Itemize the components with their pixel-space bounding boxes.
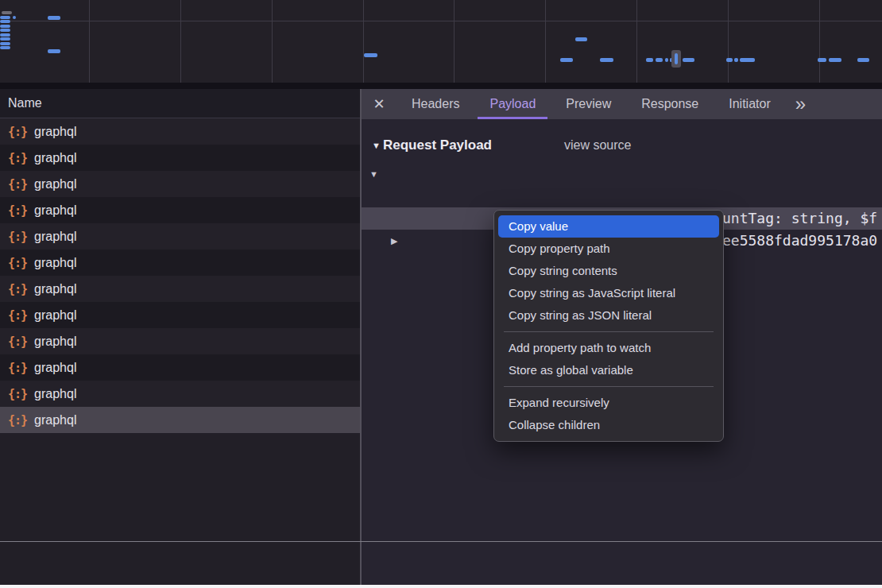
json-resource-icon: {:}	[8, 282, 27, 296]
json-resource-icon: {:}	[8, 413, 27, 427]
menu-item-copy-string-as-json-literal[interactable]: Copy string as JSON literal	[494, 304, 723, 327]
summary-bar-divider	[0, 541, 882, 542]
request-row-graphql[interactable]: {:}graphql	[0, 197, 360, 223]
tab-initiator[interactable]: Initiator	[717, 89, 782, 119]
request-row-graphql[interactable]: {:}graphql	[0, 328, 360, 354]
network-overview-timeline[interactable]	[0, 0, 882, 83]
request-name-label: graphql	[34, 282, 76, 296]
request-row-graphql[interactable]: {:}graphql	[0, 171, 360, 197]
timeline-gridline	[0, 21, 882, 21]
request-row-graphql[interactable]: {:}graphql	[0, 118, 360, 145]
request-waterfall-bar	[0, 20, 10, 23]
menu-item-store-as-global-variable[interactable]: Store as global variable	[494, 359, 723, 381]
request-row-graphql[interactable]: {:}graphql	[0, 407, 360, 433]
tab-payload[interactable]: Payload	[478, 89, 547, 119]
requests-list: {:}graphql{:}graphql{:}graphql{:}graphql…	[0, 118, 360, 433]
hovered-request-bar	[675, 53, 678, 64]
request-waterfall-bar	[0, 25, 10, 28]
request-waterfall-bar	[0, 16, 10, 19]
property-value-right: untTag: string, $f	[722, 207, 877, 230]
request-waterfall-bar	[829, 58, 841, 62]
request-waterfall-bar	[0, 29, 10, 32]
more-tabs-icon[interactable]: »	[795, 89, 806, 119]
timeline-gridline	[180, 0, 181, 83]
request-waterfall-bar	[560, 58, 573, 62]
request-waterfall-bar	[575, 37, 587, 41]
menu-item-add-property-path-to-watch[interactable]: Add property path to watch	[494, 337, 723, 359]
menu-separator	[504, 331, 714, 332]
json-resource-icon: {:}	[8, 177, 27, 191]
timeline-gridline	[636, 0, 637, 83]
devtools-network-panel: Name {:}graphql{:}graphql{:}graphql{:}gr…	[0, 0, 882, 588]
request-waterfall-bar	[818, 58, 826, 62]
section-collapse-icon[interactable]: ▼	[372, 133, 381, 157]
json-resource-icon: {:}	[8, 203, 27, 218]
menu-item-copy-string-as-javascript-literal[interactable]: Copy string as JavaScript literal	[494, 282, 723, 304]
request-waterfall-bar	[734, 58, 738, 62]
menu-separator	[504, 386, 714, 387]
request-waterfall-bar	[0, 46, 10, 49]
request-waterfall-bar	[740, 58, 755, 62]
request-row-graphql[interactable]: {:}graphql	[0, 250, 360, 276]
request-name-label: graphql	[34, 387, 76, 401]
request-waterfall-bar	[646, 58, 653, 62]
json-resource-icon: {:}	[8, 335, 27, 349]
request-waterfall-bar	[683, 58, 694, 62]
tab-headers[interactable]: Headers	[400, 89, 471, 119]
request-name-label: graphql	[34, 256, 76, 270]
request-waterfall-bar	[0, 42, 10, 45]
timeline-gridline	[454, 0, 455, 83]
json-resource-icon: {:}	[8, 256, 27, 270]
menu-item-expand-recursively[interactable]: Expand recursively	[494, 392, 723, 414]
tab-preview[interactable]: Preview	[554, 89, 623, 119]
details-tabs: HeadersPayloadPreviewResponseInitiator	[397, 89, 786, 119]
request-waterfall-bar	[364, 53, 377, 57]
request-row-graphql[interactable]: {:}graphql	[0, 145, 360, 171]
window-bottom-edge	[0, 585, 882, 588]
close-icon[interactable]: ✕	[362, 95, 397, 113]
tab-response[interactable]: Response	[629, 89, 710, 119]
request-waterfall-bar	[48, 16, 60, 20]
menu-item-copy-value[interactable]: Copy value	[498, 215, 719, 238]
request-row-graphql[interactable]: {:}graphql	[0, 223, 360, 250]
request-row-graphql[interactable]: {:}graphql	[0, 354, 360, 381]
view-source-link[interactable]: view source	[564, 133, 631, 157]
request-waterfall-bar	[13, 16, 16, 19]
json-root-row[interactable]: ▼ {operationName: "ipFlowTimeseries", va…	[362, 163, 882, 185]
request-payload-title: Request Payload	[383, 133, 492, 157]
request-name-label: graphql	[34, 413, 76, 427]
expanded-arrow-icon[interactable]: ▼	[369, 163, 378, 185]
request-name-label: graphql	[34, 230, 76, 244]
json-resource-icon: {:}	[8, 361, 27, 375]
requests-list-panel: Name {:}graphql{:}graphql{:}graphql{:}gr…	[0, 89, 360, 588]
request-row-graphql[interactable]: {:}graphql	[0, 276, 360, 302]
request-waterfall-bar	[48, 49, 60, 53]
menu-item-copy-property-path[interactable]: Copy property path	[494, 238, 723, 260]
request-row-graphql[interactable]: {:}graphql	[0, 381, 360, 407]
request-name-label: graphql	[34, 177, 76, 191]
request-waterfall-bar	[2, 11, 12, 14]
timeline-gridline	[819, 0, 820, 83]
request-waterfall-bar	[0, 33, 10, 37]
menu-item-collapse-children[interactable]: Collapse children	[494, 414, 723, 436]
request-waterfall-bar	[600, 58, 613, 62]
menu-item-copy-string-contents[interactable]: Copy string contents	[494, 260, 723, 282]
request-row-graphql[interactable]: {:}graphql	[0, 302, 360, 328]
collapsed-arrow-icon[interactable]: ▶	[391, 230, 397, 252]
request-waterfall-bar	[0, 37, 10, 41]
details-tab-bar: ✕ HeadersPayloadPreviewResponseInitiator…	[362, 89, 882, 119]
request-name-label: graphql	[34, 308, 76, 323]
context-menu: Copy valueCopy property pathCopy string …	[493, 210, 724, 442]
json-resource-icon: {:}	[8, 230, 27, 244]
json-resource-icon: {:}	[8, 308, 27, 323]
json-resource-icon: {:}	[8, 125, 27, 139]
request-waterfall-bar	[665, 58, 668, 62]
json-resource-icon: {:}	[8, 387, 27, 401]
property-value-right: ee5588fdad995178a0	[722, 230, 877, 252]
request-name-label: graphql	[34, 335, 76, 349]
timeline-gridline	[89, 0, 90, 83]
request-name-label: graphql	[34, 125, 76, 139]
column-header-name[interactable]: Name	[0, 89, 360, 118]
json-row-operationname[interactable]: operationName: "ipFlowTimeseries"	[362, 185, 882, 207]
request-name-label: graphql	[34, 361, 76, 375]
